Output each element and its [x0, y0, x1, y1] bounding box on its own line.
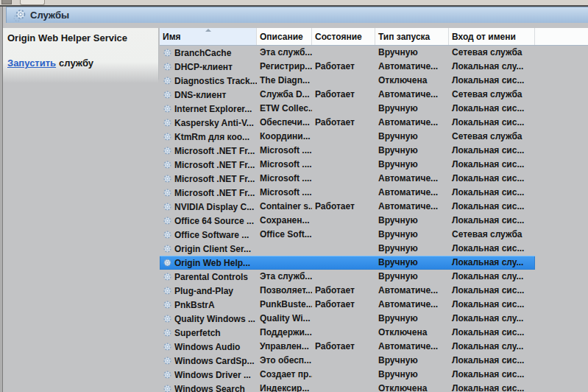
service-description-cell: The Diagn... — [257, 74, 312, 88]
service-row[interactable]: NVIDIA Display C...Container s...Работае… — [160, 200, 535, 214]
service-description-cell: ETW Collec... — [257, 102, 312, 116]
service-row[interactable]: Office 64 Source ...Сохранен...ВручнуюЛо… — [160, 214, 535, 228]
service-status-cell — [312, 270, 375, 284]
services-console-window: Службы Origin Web Helper Service Запусти… — [0, 0, 588, 392]
column-header-logon_as[interactable]: Вход от имени — [449, 28, 535, 45]
service-startup_type-text: Отключена — [378, 383, 427, 392]
service-row[interactable]: Microsoft .NET Fr...Microsoft ....Вручну… — [160, 144, 535, 158]
service-status-cell — [312, 74, 375, 88]
service-row[interactable]: Windows SearchИндексир...ОтключенаЛокаль… — [160, 382, 535, 392]
service-logon_as-text: Локальная слу... — [452, 61, 523, 71]
service-description-cell: Container s... — [257, 200, 312, 214]
service-row[interactable]: BranchCacheЭта служб...ВручнуюСетевая сл… — [160, 46, 535, 60]
service-row[interactable]: Parental ControlsЭта служб...ВручнуюЛока… — [160, 270, 535, 284]
service-startup_type-text: Вручную — [378, 313, 418, 323]
service-logon_as-text: Сетевая служба — [452, 229, 523, 239]
service-name-text: Plug-and-Play — [174, 286, 233, 296]
services-list: ИмяОписаниеСостояниеТип запускаВход от и… — [160, 28, 588, 392]
service-startup_type-text: Автоматиче... — [378, 89, 438, 99]
service-row[interactable]: Windows AudioУправлен...РаботаетАвтомати… — [160, 340, 535, 354]
service-logon_as-cell: Сетевая служба — [449, 88, 535, 102]
service-gear-icon — [163, 300, 172, 309]
service-description-text: Эта служб... — [260, 271, 312, 281]
service-status-text: Работает — [315, 299, 355, 309]
service-description-cell: Microsoft .... — [257, 158, 312, 172]
selected-service-title: Origin Web Helper Service — [7, 32, 127, 43]
service-gear-icon — [163, 62, 172, 71]
service-name-text: Kaspersky Anti-V... — [174, 118, 254, 128]
service-logon_as-text: Локальная сис... — [452, 75, 524, 85]
service-status-cell — [312, 102, 375, 116]
service-row[interactable]: DNS-клиентСлужба D...РаботаетАвтоматиче.… — [160, 88, 535, 102]
service-name-cell: Microsoft .NET Fr... — [160, 144, 257, 158]
service-gear-icon — [163, 76, 172, 85]
service-name-cell: Windows Audio — [160, 340, 257, 354]
service-row[interactable]: Microsoft .NET Fr...Microsoft ....Автома… — [160, 186, 535, 200]
service-row[interactable]: SuperfetchПоддержи...ОтключенаЛокальная … — [160, 326, 535, 340]
service-logon_as-text: Локальная сис... — [452, 327, 524, 337]
service-status-text: Работает — [315, 117, 355, 127]
service-name-cell: Kaspersky Anti-V... — [160, 116, 257, 130]
service-status-cell — [312, 368, 375, 382]
service-logon_as-cell: Локальная сис... — [449, 354, 535, 368]
service-gear-icon — [163, 356, 172, 365]
service-row[interactable]: DHCP-клиентРегистрир...РаботаетАвтоматич… — [160, 60, 535, 74]
service-startup_type-cell: Вручную — [375, 214, 449, 228]
service-startup_type-text: Вручную — [378, 145, 418, 155]
column-header-label: Тип запуска — [378, 32, 430, 42]
service-description-cell: Сохранен... — [257, 214, 312, 228]
service-startup_type-cell: Вручную — [375, 158, 449, 172]
service-row[interactable]: Microsoft .NET Fr...Microsoft ....Автома… — [160, 172, 535, 186]
service-startup_type-cell: Автоматиче... — [375, 116, 449, 130]
service-name-text: Internet Explorer... — [174, 104, 252, 114]
service-row[interactable]: Diagnostics Track...The Diagn...Отключен… — [160, 74, 535, 88]
service-row[interactable]: Internet Explorer...ETW Collec...Вручную… — [160, 102, 535, 116]
service-name-text: Windows Driver ... — [174, 370, 251, 380]
service-row[interactable]: PnkBstrAPunkBuste...РаботаетАвтоматиче..… — [160, 298, 535, 312]
service-name-text: Parental Controls — [174, 272, 248, 282]
service-status-cell — [312, 242, 375, 256]
service-logon_as-cell: Локальная сис... — [449, 368, 535, 382]
service-gear-icon — [163, 328, 172, 337]
service-row[interactable]: Origin Web Help...ВручнуюЛокальная слу..… — [160, 256, 535, 270]
column-header-filler — [535, 28, 588, 45]
cropped-toolbar-icon — [1, 0, 12, 4]
service-name-text: Windows CardSp... — [174, 356, 255, 366]
service-row[interactable]: Origin Client Ser...ВручнуюЛокальная сис… — [160, 242, 535, 256]
service-logon_as-text: Сетевая служба — [452, 131, 523, 141]
service-name-cell: Office 64 Source ... — [160, 214, 257, 228]
start-service-link[interactable]: Запустить — [7, 57, 56, 69]
start-service-suffix: службу — [59, 57, 93, 69]
service-startup_type-cell: Автоматиче... — [375, 172, 449, 186]
service-logon_as-cell: Локальная сис... — [449, 116, 535, 130]
service-description-cell — [257, 256, 312, 270]
service-logon_as-cell: Локальная сис... — [449, 200, 535, 214]
service-row[interactable]: KtmRm для коо...Координи...ВручнуюСетева… — [160, 130, 535, 144]
service-description-cell — [257, 242, 312, 256]
service-row[interactable]: Kaspersky Anti-V...Обеспечи...РаботаетАв… — [160, 116, 535, 130]
service-description-cell: Office Soft... — [257, 228, 312, 242]
service-description-text: Office Soft... — [260, 229, 312, 239]
service-logon_as-cell: Локальная сис... — [449, 158, 535, 172]
service-status-cell — [312, 144, 375, 158]
service-gear-icon — [163, 146, 172, 155]
column-header-label: Вход от имени — [452, 32, 516, 42]
service-logon_as-cell: Сетевая служба — [449, 228, 535, 242]
service-name-text: PnkBstrA — [174, 300, 215, 310]
service-description-cell: Quality Wi... — [257, 312, 312, 326]
column-header-status[interactable]: Состояние — [312, 28, 375, 45]
column-header-description[interactable]: Описание — [257, 28, 312, 45]
service-row[interactable]: Windows Driver ...Создает пр...ВручнуюЛо… — [160, 368, 535, 382]
service-row[interactable]: Plug-and-PlayПозволяет...РаботаетАвтомат… — [160, 284, 535, 298]
column-header-startup_type[interactable]: Тип запуска — [375, 28, 449, 45]
service-row[interactable]: Windows CardSp...Это обесп...ВручнуюЛока… — [160, 354, 535, 368]
service-startup_type-cell: Автоматиче... — [375, 284, 449, 298]
service-row[interactable]: Microsoft .NET Fr...Microsoft ....Вручну… — [160, 158, 535, 172]
service-logon_as-text: Локальная слу... — [452, 257, 523, 267]
service-startup_type-cell: Автоматиче... — [375, 88, 449, 102]
service-name-cell: Office Software ... — [160, 228, 257, 242]
service-logon_as-cell: Локальная слу... — [449, 340, 535, 354]
service-row[interactable]: Quality Windows ...Quality Wi...ВручнуюЛ… — [160, 312, 535, 326]
column-header-name[interactable]: Имя — [160, 28, 257, 45]
service-row[interactable]: Office Software ...Office Soft...Вручную… — [160, 228, 535, 242]
